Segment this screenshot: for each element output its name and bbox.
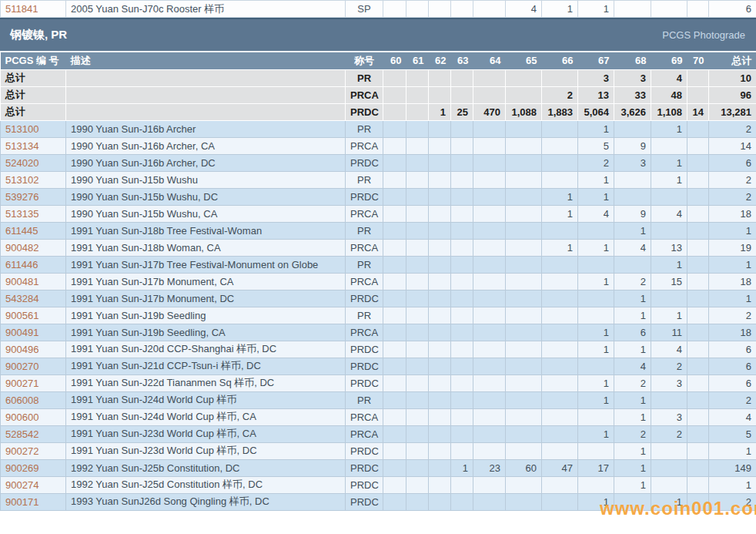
- coin-description-cell: 1991 Yuan Sun-J17b Monument, DC: [66, 290, 346, 307]
- grade-65-cell: [506, 120, 542, 137]
- grade-63-cell: [451, 391, 473, 408]
- pcgs-number-link[interactable]: 524020: [5, 157, 38, 169]
- grade-62-cell: [429, 459, 451, 476]
- total-cell: 2: [709, 120, 756, 137]
- pcgs-number-link[interactable]: 900491: [5, 327, 38, 338]
- grade-67-cell: 1: [578, 391, 614, 408]
- grade-63-cell: 1: [451, 459, 473, 476]
- grade-62-cell: [429, 256, 451, 273]
- grade-70-cell: [687, 476, 709, 493]
- grade-67-cell: [578, 476, 614, 493]
- grade-64-cell: [473, 137, 506, 154]
- grade-63-cell: [451, 188, 473, 205]
- grade-60-cell: [383, 391, 406, 408]
- total-cell: 5: [709, 425, 756, 442]
- pcgs-number-cell: 513102: [1, 171, 66, 188]
- grade-60-cell: [383, 273, 406, 290]
- grade-67-cell: 1: [578, 493, 614, 510]
- pcgs-number-link[interactable]: 900274: [5, 479, 38, 491]
- coin-description-cell: 1991 Yuan Sun-J17b Tree Festival-Monumen…: [66, 256, 346, 273]
- total-cell: 6: [709, 1, 756, 18]
- coin-description-cell: [66, 69, 346, 86]
- grade-60-cell: [383, 154, 406, 171]
- previous-section-last-row-table: 5118412005 Yuan Sun-J70c Rooster 样币SP411…: [0, 0, 756, 18]
- grade-69-cell: 2: [651, 425, 687, 442]
- pcgs-number-link[interactable]: 900561: [5, 310, 38, 321]
- grade-68-cell: 1: [614, 442, 651, 459]
- grade-69-cell: 1: [651, 307, 687, 324]
- pcgs-number-link[interactable]: 900600: [5, 411, 38, 423]
- pcgs-number-link[interactable]: 513135: [5, 208, 38, 220]
- grade-64-cell: [473, 493, 506, 510]
- pcgs-number-link[interactable]: 900269: [5, 462, 38, 474]
- grade-67-cell: 1: [578, 425, 614, 442]
- grade-67-cell: 2: [578, 154, 614, 171]
- grade-61-cell: [406, 188, 429, 205]
- total-cell: 2: [709, 307, 756, 324]
- table-row: 9004821991 Yuan Sun-J18b Woman, CAPRCA11…: [1, 239, 756, 256]
- grade-63-cell: [451, 120, 473, 137]
- pcgs-number-link[interactable]: 543284: [5, 293, 38, 304]
- table-row: 6114451991 Yuan Sun-J18b Tree Festival-W…: [1, 222, 756, 239]
- pcgs-number-link[interactable]: 900271: [5, 378, 38, 389]
- grade-65-cell: [506, 171, 542, 188]
- grade-61-cell: [406, 103, 429, 120]
- grade-62-cell: [429, 86, 451, 103]
- grade-61-cell: [406, 273, 429, 290]
- grade-67-cell: [578, 307, 614, 324]
- pcgs-number-link[interactable]: 513102: [5, 174, 38, 186]
- grade-68-cell: [614, 171, 651, 188]
- grade-64-cell: [473, 171, 506, 188]
- total-cell: 18: [709, 273, 756, 290]
- grade-67-cell: [578, 358, 614, 374]
- grade-62-cell: [429, 171, 451, 188]
- grade-61-cell: [406, 222, 429, 239]
- grade-62-cell: [429, 324, 451, 341]
- pcgs-number-link[interactable]: 513134: [5, 140, 38, 152]
- total-cell: 1: [709, 222, 756, 239]
- grade-68-cell: 1: [614, 476, 651, 493]
- grade-65-cell: [506, 324, 542, 341]
- grade-66-cell: [542, 324, 578, 341]
- grade-62-cell: 1: [429, 103, 451, 120]
- designation-cell: PRCA: [346, 324, 383, 341]
- pcgs-number-link[interactable]: 528542: [5, 428, 38, 440]
- grade-60-cell: [383, 86, 406, 103]
- pcgs-number-link[interactable]: 900496: [5, 344, 38, 355]
- grade-60-cell: [383, 171, 406, 188]
- grade-67-cell: 4: [578, 205, 614, 222]
- pcgs-number-link[interactable]: 900270: [5, 361, 38, 372]
- pcgs-number-link[interactable]: 513100: [5, 123, 38, 135]
- grade-65-cell: 60: [506, 459, 542, 476]
- pcgs-number-cell: 513135: [1, 205, 66, 222]
- total-cell: 18: [709, 205, 756, 222]
- pcgs-number-link[interactable]: 606008: [5, 395, 38, 406]
- grade-65-cell: [506, 442, 542, 459]
- pcgs-number-link[interactable]: 900481: [5, 276, 38, 287]
- grade-70-cell: [687, 442, 709, 459]
- pcgs-photograde-link[interactable]: PCGS Photograde: [662, 29, 745, 41]
- grade-64-cell: 23: [473, 459, 506, 476]
- grade-68-cell: 9: [614, 205, 651, 222]
- pcgs-number-link[interactable]: 611445: [5, 225, 38, 237]
- pcgs-number-link[interactable]: 900171: [5, 496, 38, 508]
- pcgs-number-link[interactable]: 539276: [5, 191, 38, 203]
- pcgs-number-link[interactable]: 900272: [5, 445, 38, 457]
- grade-69-cell: 1: [651, 171, 687, 188]
- table-row: 9006001991 Yuan Sun-J24d World Cup 样币, C…: [1, 408, 756, 425]
- coin-description-cell: 1990 Yuan Sun-J16b Archer: [66, 120, 346, 137]
- grade-70-cell: [687, 120, 709, 137]
- col-header-grade-63: 63: [451, 52, 473, 69]
- grade-66-cell: [542, 341, 578, 358]
- grade-70-cell: [687, 425, 709, 442]
- grade-62-cell: [429, 290, 451, 307]
- pcgs-number-link[interactable]: 900482: [5, 242, 38, 254]
- grade-62-cell: [429, 341, 451, 358]
- grade-70-cell: [687, 358, 709, 374]
- pcgs-number-link[interactable]: 611446: [5, 259, 38, 270]
- grade-64-cell: [473, 273, 506, 290]
- grade-69-cell: 1: [651, 256, 687, 273]
- table-row: 6060081991 Yuan Sun-J24d World Cup 样币PR1…: [1, 391, 756, 408]
- coin-description-cell: 2005 Yuan Sun-J70c Rooster 样币: [66, 1, 346, 18]
- pcgs-number-link[interactable]: 511841: [5, 3, 38, 15]
